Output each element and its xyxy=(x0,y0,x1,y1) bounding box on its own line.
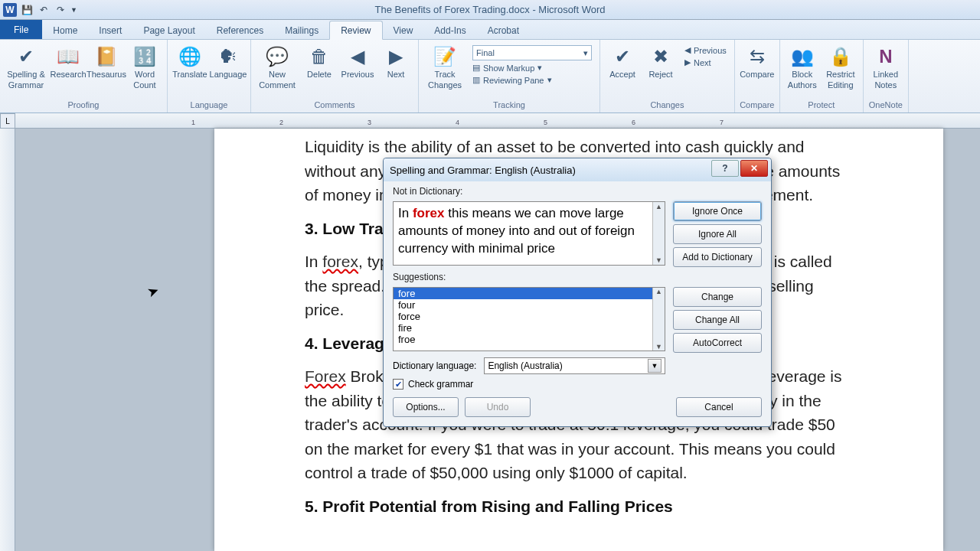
chevron-down-icon: ▼ xyxy=(648,359,662,373)
undo-icon[interactable]: ↶ xyxy=(37,3,51,17)
group-comments: 💬New Comment 🗑Delete ◀Previous ▶Next Com… xyxy=(251,40,419,112)
suggestions-listbox[interactable]: fore four force fire froe ▲▼ xyxy=(393,287,665,351)
save-icon[interactable]: 💾 xyxy=(20,3,34,17)
ruler-corner[interactable]: L xyxy=(0,113,15,129)
spelling-grammar-button[interactable]: ✔Spelling & Grammar xyxy=(5,43,47,91)
chevron-down-icon: ▾ xyxy=(583,48,588,58)
check-grammar-checkbox[interactable]: ✔ xyxy=(393,379,403,390)
prev-comment-button[interactable]: ◀Previous xyxy=(340,43,375,80)
redo-icon[interactable]: ↷ xyxy=(54,3,67,17)
group-proofing: ✔Spelling & Grammar 📖Research 📔Thesaurus… xyxy=(0,40,168,112)
research-icon: 📖 xyxy=(57,44,80,69)
window-title: The Benefits of Forex Trading.docx - Mic… xyxy=(374,4,605,15)
group-label-protect: Protect xyxy=(808,100,835,111)
linked-notes-button[interactable]: NLinked Notes xyxy=(868,43,903,91)
chevron-down-icon: ▾ xyxy=(547,75,552,85)
spelling-error[interactable]: Forex xyxy=(305,367,346,385)
suggestion-option[interactable]: fore xyxy=(394,288,665,299)
suggestion-option[interactable]: force xyxy=(394,311,665,322)
horizontal-ruler[interactable]: 1 2 3 4 5 6 7 xyxy=(15,113,980,129)
add-to-dictionary-button[interactable]: Add to Dictionary xyxy=(673,247,762,267)
block-authors-icon: 👥 xyxy=(791,44,814,69)
group-language: 🌐Translate 🗣Language Language xyxy=(168,40,251,112)
previous-icon: ◀ xyxy=(351,44,364,69)
dialog-help-button[interactable]: ? xyxy=(711,160,739,177)
onenote-icon: N xyxy=(879,44,892,69)
block-authors-button[interactable]: 👥Block Authors xyxy=(785,43,820,91)
accept-button[interactable]: ✔Accept xyxy=(605,43,640,80)
dialog-close-button[interactable]: ✕ xyxy=(740,160,768,177)
language-button[interactable]: 🗣Language xyxy=(211,43,246,80)
translate-icon: 🌐 xyxy=(178,44,201,69)
suggestion-option[interactable]: froe xyxy=(394,334,665,345)
delete-comment-button[interactable]: 🗑Delete xyxy=(302,43,337,80)
reviewing-pane-button[interactable]: ▥Reviewing Pane ▾ xyxy=(469,74,595,86)
not-in-dictionary-label: Not in Dictionary: xyxy=(393,186,665,197)
word-count-button[interactable]: 🔢Word Count xyxy=(127,43,162,91)
mouse-cursor-icon: ➤ xyxy=(145,282,162,302)
tab-page-layout[interactable]: Page Layout xyxy=(132,21,205,39)
compare-button[interactable]: ⇆Compare xyxy=(740,43,775,80)
thesaurus-button[interactable]: 📔Thesaurus xyxy=(89,43,124,80)
tab-insert[interactable]: Insert xyxy=(88,21,132,39)
vertical-ruler[interactable] xyxy=(0,129,15,551)
undo-button: Undo xyxy=(465,397,531,417)
group-label-comments: Comments xyxy=(314,100,354,111)
cancel-button[interactable]: Cancel xyxy=(676,397,762,417)
ignore-once-button[interactable]: Ignore Once xyxy=(673,201,762,221)
tab-review[interactable]: Review xyxy=(329,21,382,40)
change-all-button[interactable]: Change All xyxy=(673,310,762,330)
research-button[interactable]: 📖Research xyxy=(51,43,86,80)
tab-references[interactable]: References xyxy=(206,21,274,39)
suggestion-option[interactable]: fire xyxy=(394,322,665,334)
options-button[interactable]: Options... xyxy=(393,397,459,417)
track-changes-icon: 📝 xyxy=(433,44,456,69)
dictionary-language-select[interactable]: English (Australia) ▼ xyxy=(484,357,665,374)
next-icon: ▶ xyxy=(684,57,691,67)
restrict-editing-button[interactable]: 🔒Restrict Editing xyxy=(823,43,858,91)
track-changes-button[interactable]: 📝Track Changes xyxy=(423,43,466,91)
change-button[interactable]: Change xyxy=(673,287,762,307)
autocorrect-button[interactable]: AutoCorrect xyxy=(673,333,762,353)
group-label-language: Language xyxy=(191,100,228,111)
tab-mailings[interactable]: Mailings xyxy=(274,21,329,39)
flagged-word: forex xyxy=(413,206,445,220)
next-change-button[interactable]: ▶Next xyxy=(681,57,730,68)
context-textbox[interactable]: In forex this means we can move large am… xyxy=(393,201,665,266)
tab-home[interactable]: Home xyxy=(42,21,88,39)
word-app-icon: W xyxy=(3,3,17,17)
ignore-all-button[interactable]: Ignore All xyxy=(673,224,762,244)
dialog-title: Spelling and Grammar: English (Australia… xyxy=(390,165,576,176)
title-bar: W 💾 ↶ ↷ ▼ The Benefits of Forex Trading.… xyxy=(0,0,980,20)
reject-button[interactable]: ✖Reject xyxy=(643,43,678,80)
ribbon-tabs: File Home Insert Page Layout References … xyxy=(0,20,980,40)
group-tracking: 📝Track Changes Final▾ ▤Show Markup ▾ ▥Re… xyxy=(419,40,600,112)
tab-acrobat[interactable]: Acrobat xyxy=(477,21,530,39)
new-comment-icon: 💬 xyxy=(266,44,289,69)
qat-dropdown-icon[interactable]: ▼ xyxy=(70,6,78,14)
restrict-icon: 🔒 xyxy=(829,44,852,69)
dialog-titlebar[interactable]: Spelling and Grammar: English (Australia… xyxy=(384,158,771,181)
pane-icon: ▥ xyxy=(472,75,480,85)
translate-button[interactable]: 🌐Translate xyxy=(172,43,207,80)
tab-view[interactable]: View xyxy=(383,21,424,39)
group-protect: 👥Block Authors 🔒Restrict Editing Protect xyxy=(780,40,864,112)
previous-icon: ◀ xyxy=(684,45,691,55)
scrollbar[interactable]: ▲▼ xyxy=(652,288,665,350)
prev-change-button[interactable]: ◀Previous xyxy=(681,44,730,56)
delete-icon: 🗑 xyxy=(310,44,328,69)
dictionary-language-label: Dictionary language: xyxy=(393,360,476,371)
wordcount-icon: 🔢 xyxy=(133,44,156,69)
tab-addins[interactable]: Add-Ins xyxy=(423,21,476,39)
display-for-review-select[interactable]: Final▾ xyxy=(469,44,595,61)
show-markup-button[interactable]: ▤Show Markup ▾ xyxy=(469,62,595,73)
spelling-error[interactable]: forex xyxy=(322,253,358,270)
new-comment-button[interactable]: 💬New Comment xyxy=(256,43,299,91)
scrollbar[interactable]: ▲▼ xyxy=(652,202,665,265)
next-comment-button[interactable]: ▶Next xyxy=(378,43,413,80)
accept-icon: ✔ xyxy=(615,44,630,69)
compare-icon: ⇆ xyxy=(750,44,765,69)
suggestions-label: Suggestions: xyxy=(393,272,665,282)
suggestion-option[interactable]: four xyxy=(394,299,665,311)
tab-file[interactable]: File xyxy=(0,20,42,39)
